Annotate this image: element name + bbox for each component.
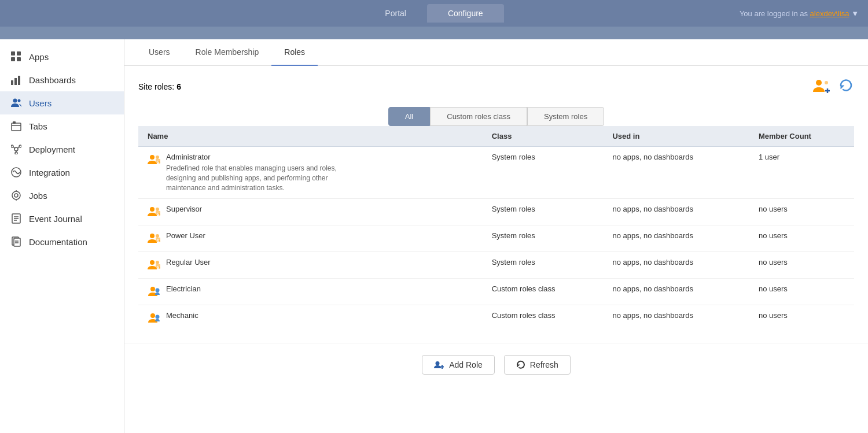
role-icon <box>148 312 160 325</box>
svg-point-35 <box>150 155 155 160</box>
role-class: System roles <box>483 199 604 225</box>
sidebar-item-apps[interactable]: Apps <box>0 45 124 68</box>
role-icon: S <box>148 259 160 272</box>
svg-rect-6 <box>18 76 20 85</box>
documentation-icon <box>10 236 22 247</box>
svg-point-53 <box>150 313 155 318</box>
svg-point-31 <box>816 80 822 86</box>
role-class: Custom roles class <box>483 305 604 332</box>
content-inner: Site roles: 6 <box>124 66 868 343</box>
tab-role-membership[interactable]: Role Membership <box>183 39 272 66</box>
svg-line-15 <box>13 147 15 149</box>
refresh-icon-button[interactable] <box>838 77 854 95</box>
role-member-count: no users <box>749 225 854 252</box>
filter-tabs: All Custom roles class System roles <box>138 107 854 126</box>
role-description: Predefined role that enables managing us… <box>166 164 363 193</box>
svg-point-48 <box>156 261 159 264</box>
svg-point-40 <box>156 208 159 211</box>
site-roles-header: Site roles: 6 <box>138 77 854 95</box>
filter-custom-roles[interactable]: Custom roles class <box>430 107 527 126</box>
table-header-row: Name Class Used in Member Count <box>138 126 854 147</box>
sidebar-item-jobs[interactable]: Jobs <box>0 184 124 207</box>
tab-configure[interactable]: Configure <box>427 4 504 23</box>
table-row[interactable]: S Regular UserSystem rolesno apps, no da… <box>138 252 854 279</box>
svg-point-7 <box>13 99 17 103</box>
svg-point-20 <box>14 194 18 197</box>
svg-point-52 <box>156 288 160 293</box>
username-link[interactable]: alexdev\lisa <box>810 9 849 18</box>
col-used-in: Used in <box>603 126 749 147</box>
svg-rect-2 <box>11 57 15 61</box>
svg-point-19 <box>12 191 20 199</box>
main-content: Users Role Membership Roles Site roles: … <box>124 39 868 433</box>
svg-point-12 <box>11 145 13 147</box>
role-class: Custom roles class <box>483 279 604 305</box>
role-member-count: no users <box>749 305 854 332</box>
col-class: Class <box>483 126 604 147</box>
svg-rect-3 <box>17 57 21 61</box>
table-row[interactable]: MechanicCustom roles classno apps, no da… <box>138 305 854 332</box>
main-layout: Apps Dashboards Users <box>0 39 868 433</box>
sidebar-item-tabs[interactable]: Tabs <box>0 114 124 138</box>
filter-system-roles[interactable]: System roles <box>527 107 604 126</box>
role-member-count: no users <box>749 199 854 225</box>
col-name: Name <box>138 126 483 147</box>
table-row[interactable]: S SupervisorSystem rolesno apps, no dash… <box>138 199 854 225</box>
role-used-in: no apps, no dashboards <box>603 199 749 225</box>
header-actions <box>812 77 854 95</box>
sidebar-item-users[interactable]: Users <box>0 91 124 114</box>
filter-all[interactable]: All <box>388 107 430 126</box>
svg-rect-5 <box>14 78 17 85</box>
roles-table: Name Class Used in Member Count S Admini… <box>138 126 854 331</box>
role-used-in: no apps, no dashboards <box>603 147 749 199</box>
role-used-in: no apps, no dashboards <box>603 225 749 252</box>
role-name: Supervisor <box>166 205 202 213</box>
table-row[interactable]: ElectricianCustom roles classno apps, no… <box>138 279 854 305</box>
svg-rect-0 <box>11 51 15 55</box>
role-icon <box>148 286 160 299</box>
role-icon: S <box>148 232 160 246</box>
role-used-in: no apps, no dashboards <box>603 252 749 279</box>
svg-point-32 <box>825 81 828 84</box>
svg-point-44 <box>156 234 159 238</box>
role-name: Regular User <box>166 258 211 267</box>
table-row[interactable]: S Power UserSystem rolesno apps, no dash… <box>138 225 854 252</box>
svg-point-55 <box>436 361 440 365</box>
tab-portal[interactable]: Portal <box>364 4 427 23</box>
refresh-button[interactable]: Refresh <box>504 355 571 375</box>
svg-point-14 <box>15 152 17 154</box>
tab-roles[interactable]: Roles <box>271 39 318 66</box>
role-member-count: no users <box>749 279 854 305</box>
svg-line-16 <box>17 147 19 149</box>
col-member-count: Member Count <box>749 126 854 147</box>
svg-point-43 <box>150 234 155 238</box>
role-name: Electrician <box>166 284 201 293</box>
sidebar-item-event-journal[interactable]: Event Journal <box>0 207 124 230</box>
role-class: System roles <box>483 147 604 199</box>
svg-rect-9 <box>12 123 21 131</box>
add-role-icon-button[interactable] <box>812 77 831 95</box>
svg-point-51 <box>150 287 155 291</box>
integration-icon <box>10 166 22 178</box>
sidebar-item-dashboards[interactable]: Dashboards <box>0 68 124 91</box>
users-icon <box>10 97 22 109</box>
eventjournal-icon <box>10 213 22 224</box>
svg-text:S: S <box>157 239 160 243</box>
add-role-button[interactable]: Add Role <box>422 355 495 375</box>
sidebar-item-documentation[interactable]: Documentation <box>0 230 124 253</box>
svg-text:S: S <box>157 160 160 164</box>
top-nav: Portal Configure You are logged in as al… <box>0 0 868 27</box>
svg-point-54 <box>156 315 160 319</box>
table-row[interactable]: S AdministratorPredefined role that enab… <box>138 147 854 199</box>
sidebar-item-integration[interactable]: Integration <box>0 161 124 184</box>
svg-point-36 <box>156 156 159 159</box>
tab-users[interactable]: Users <box>136 39 183 66</box>
sidebar-item-deployment[interactable]: Deployment <box>0 138 124 161</box>
role-icon: S <box>148 154 160 167</box>
role-used-in: no apps, no dashboards <box>603 305 749 332</box>
role-member-count: no users <box>749 252 854 279</box>
svg-text:S: S <box>157 212 160 216</box>
svg-point-39 <box>150 207 155 212</box>
role-class: System roles <box>483 225 604 252</box>
role-class: System roles <box>483 252 604 279</box>
